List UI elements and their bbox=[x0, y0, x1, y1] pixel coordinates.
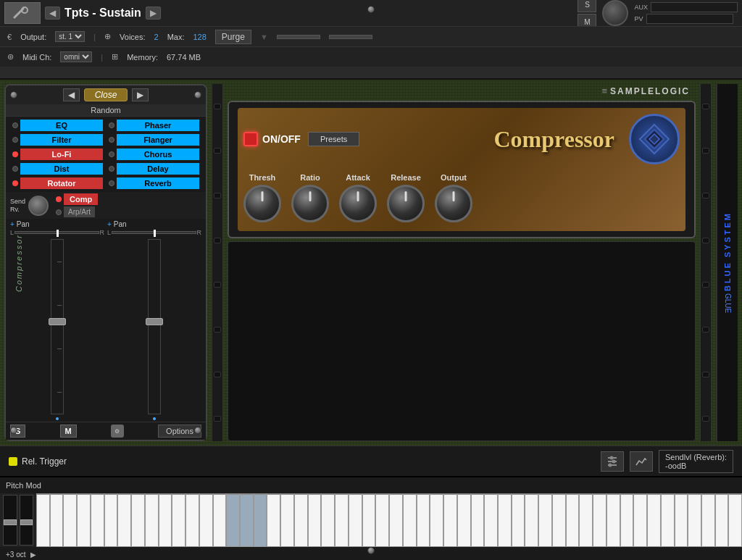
white-key[interactable] bbox=[117, 493, 131, 547]
white-key[interactable] bbox=[430, 493, 443, 547]
white-key-pressed[interactable] bbox=[240, 493, 254, 547]
fx-btn-flanger[interactable]: Flanger bbox=[117, 134, 199, 146]
white-key[interactable] bbox=[91, 493, 104, 547]
white-key[interactable] bbox=[77, 493, 91, 547]
pan-plus-right[interactable]: + bbox=[107, 220, 112, 228]
pitch-slider-2[interactable] bbox=[20, 495, 34, 546]
fx-btn-lofi[interactable]: Lo-Fi bbox=[20, 149, 103, 160]
white-key[interactable] bbox=[593, 493, 606, 547]
panel-next-btn[interactable]: ▶ bbox=[132, 88, 149, 101]
keys-wrapper[interactable] bbox=[36, 493, 742, 547]
white-key[interactable] bbox=[349, 493, 362, 547]
fx-btn-filter[interactable]: Filter bbox=[20, 134, 103, 146]
white-key[interactable] bbox=[131, 493, 145, 547]
next-instrument-btn[interactable]: ▶ bbox=[146, 7, 161, 20]
white-key[interactable] bbox=[484, 493, 498, 547]
white-key[interactable] bbox=[267, 493, 280, 547]
white-key[interactable] bbox=[145, 493, 159, 547]
pitch-slider-1[interactable] bbox=[3, 495, 17, 546]
aux-slider[interactable] bbox=[651, 2, 738, 12]
white-key[interactable] bbox=[661, 493, 675, 547]
white-key[interactable] bbox=[498, 493, 512, 547]
white-key[interactable] bbox=[389, 493, 403, 547]
white-key[interactable] bbox=[688, 493, 701, 547]
white-key[interactable] bbox=[566, 493, 580, 547]
white-key[interactable] bbox=[715, 493, 729, 547]
fx-btn-chorus[interactable]: Chorus bbox=[117, 149, 199, 160]
white-key[interactable] bbox=[606, 493, 620, 547]
white-key[interactable] bbox=[443, 493, 457, 547]
chart-icon-btn[interactable] bbox=[630, 451, 653, 472]
midi-select[interactable]: omni bbox=[60, 51, 92, 62]
fx-btn-rotator[interactable]: Rotator bbox=[20, 177, 103, 189]
instrument-icon[interactable] bbox=[4, 2, 41, 24]
fx-btn-phaser[interactable]: Phaser bbox=[117, 120, 199, 131]
onoff-button[interactable]: ON/OFF bbox=[243, 132, 301, 146]
white-key[interactable] bbox=[457, 493, 471, 547]
white-key[interactable] bbox=[471, 493, 485, 547]
white-key[interactable] bbox=[199, 493, 213, 547]
white-key[interactable] bbox=[50, 493, 64, 547]
white-key[interactable] bbox=[213, 493, 227, 547]
knob-thresh[interactable] bbox=[243, 185, 281, 222]
presets-btn[interactable]: Presets bbox=[308, 132, 359, 146]
white-key[interactable] bbox=[159, 493, 172, 547]
fx-btn-reverb[interactable]: Reverb bbox=[117, 177, 199, 189]
fx-btn-eq[interactable]: EQ bbox=[20, 120, 103, 131]
white-key[interactable] bbox=[403, 493, 417, 547]
fader-track-right[interactable] bbox=[148, 239, 161, 414]
white-key[interactable] bbox=[525, 493, 538, 547]
white-key[interactable] bbox=[172, 493, 186, 547]
fx-btn-delay[interactable]: Delay bbox=[117, 163, 199, 175]
white-key[interactable] bbox=[335, 493, 349, 547]
white-key[interactable] bbox=[728, 493, 742, 547]
oct-arrow[interactable]: ▶ bbox=[30, 551, 36, 559]
white-key[interactable] bbox=[675, 493, 688, 547]
white-key[interactable] bbox=[417, 493, 430, 547]
white-key[interactable] bbox=[63, 493, 77, 547]
send-rv-knob[interactable] bbox=[28, 196, 49, 216]
white-key[interactable] bbox=[294, 493, 308, 547]
prev-instrument-btn[interactable]: ◀ bbox=[45, 7, 60, 20]
white-key[interactable] bbox=[538, 493, 552, 547]
midi-btn[interactable]: ⚙ bbox=[111, 425, 124, 438]
mini-slider-2[interactable] bbox=[329, 35, 372, 39]
white-key[interactable] bbox=[321, 493, 335, 547]
mixer-icon-btn[interactable] bbox=[601, 451, 624, 472]
white-key[interactable] bbox=[308, 493, 322, 547]
knob-ratio[interactable] bbox=[291, 185, 329, 222]
panel-prev-btn[interactable]: ◀ bbox=[63, 88, 80, 101]
fader-track-left[interactable] bbox=[51, 239, 64, 414]
white-key[interactable] bbox=[362, 493, 376, 547]
white-key[interactable] bbox=[104, 493, 118, 547]
white-key[interactable] bbox=[647, 493, 661, 547]
mini-slider-1[interactable] bbox=[277, 35, 320, 39]
white-key[interactable] bbox=[186, 493, 199, 547]
white-key[interactable] bbox=[552, 493, 566, 547]
knob-release[interactable] bbox=[387, 185, 425, 222]
white-key-pressed[interactable] bbox=[254, 493, 267, 547]
panel-title[interactable]: Close bbox=[84, 88, 128, 101]
comp-btn[interactable]: Comp bbox=[64, 193, 98, 205]
mute-button[interactable]: M bbox=[60, 425, 77, 438]
arp-btn[interactable]: Arp/Art bbox=[64, 206, 95, 217]
knob-output[interactable] bbox=[435, 185, 472, 222]
s-button[interactable]: S bbox=[578, 0, 596, 12]
knob-attack[interactable] bbox=[339, 185, 377, 222]
white-key-pressed[interactable] bbox=[226, 493, 240, 547]
pv-slider[interactable] bbox=[646, 14, 733, 24]
white-key[interactable] bbox=[579, 493, 593, 547]
random-btn[interactable]: Random bbox=[6, 104, 206, 117]
white-key[interactable] bbox=[36, 493, 50, 547]
fader-dot-left[interactable] bbox=[56, 417, 59, 420]
tune-knob[interactable] bbox=[602, 0, 628, 26]
white-key[interactable] bbox=[701, 493, 715, 547]
white-key[interactable] bbox=[512, 493, 525, 547]
white-key[interactable] bbox=[280, 493, 294, 547]
pan-slider-left[interactable] bbox=[14, 231, 99, 234]
white-key[interactable] bbox=[375, 493, 389, 547]
purge-button[interactable]: Purge bbox=[215, 30, 251, 44]
pan-plus-left[interactable]: + bbox=[10, 220, 14, 228]
fx-btn-dist[interactable]: Dist bbox=[20, 163, 103, 175]
fader-dot-right[interactable] bbox=[153, 417, 156, 420]
